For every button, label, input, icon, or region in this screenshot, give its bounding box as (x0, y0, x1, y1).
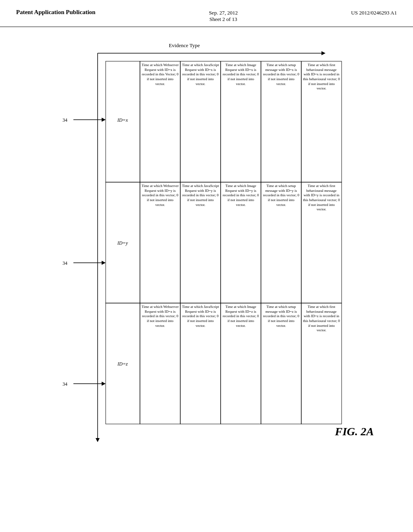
vertical-arrowhead (96, 438, 100, 442)
evidence-type-arrowhead (321, 51, 325, 55)
page-header: Patent Application Publication Sep. 27, … (0, 0, 413, 27)
evidence-type-label: Evidence Type (169, 42, 200, 48)
row2-arrow-label: 34 (63, 260, 67, 266)
row3-arrow-label: 34 (63, 381, 67, 387)
row1-id-text: ID=x (117, 117, 128, 123)
publication-title: Patent Application Publication (16, 8, 96, 17)
publication-number: US 2012/0246293 A1 (351, 8, 397, 16)
row3-id-text: ID=z (117, 361, 128, 367)
row1-arrowhead (102, 118, 106, 122)
row1-arrow-label: 34 (63, 117, 67, 123)
publication-date: Sep. 27, 2012 Sheet 2 of 13 (209, 8, 238, 23)
row2-id-text: ID=y (117, 240, 128, 246)
diagram-svg: Evidence Type 34 ID=x Time at which Webs… (27, 39, 358, 462)
row3-arrowhead (102, 382, 106, 386)
row2-arrowhead (102, 261, 106, 265)
